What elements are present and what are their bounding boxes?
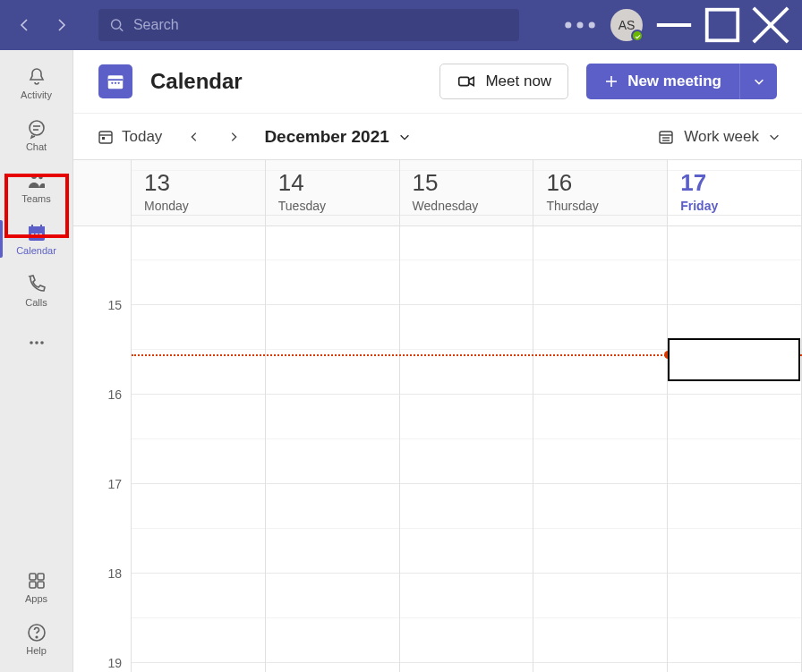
avatar-initials: AS	[619, 18, 636, 32]
page-title: Calendar	[150, 69, 243, 94]
svg-point-0	[112, 20, 121, 29]
back-button[interactable]	[11, 11, 39, 39]
time-label: 16	[107, 387, 122, 402]
day-grid[interactable]	[668, 226, 801, 672]
svg-rect-26	[30, 582, 36, 588]
calendar-toolbar: Today December 2021 Work week	[73, 113, 802, 159]
day-number: 14	[278, 169, 387, 197]
bell-icon	[26, 66, 47, 88]
day-column[interactable]: 14Tuesday	[266, 160, 400, 672]
search-box[interactable]	[98, 9, 519, 41]
presence-available-icon	[631, 30, 644, 42]
svg-point-2	[565, 21, 571, 28]
chevron-down-icon	[398, 131, 411, 143]
chevron-down-icon	[768, 131, 781, 143]
svg-point-23	[40, 341, 44, 345]
rail-label: Apps	[25, 593, 47, 604]
rail-item-teams[interactable]: Teams	[0, 161, 73, 213]
window-minimize-button[interactable]	[653, 11, 695, 39]
rail-label: Help	[26, 645, 47, 656]
time-label: 17	[107, 477, 122, 491]
rail-label: Chat	[26, 141, 47, 152]
day-grid[interactable]	[533, 226, 667, 672]
rail-item-calendar[interactable]: Calendar	[0, 213, 73, 265]
day-name: Tuesday	[278, 199, 387, 213]
rail-item-more[interactable]	[0, 317, 73, 369]
rail-item-chat[interactable]: Chat	[0, 109, 73, 161]
forward-button[interactable]	[47, 11, 75, 39]
new-meeting-button[interactable]: New meeting	[586, 64, 739, 99]
video-icon	[456, 72, 476, 91]
time-label: 15	[107, 298, 122, 312]
search-input[interactable]	[133, 17, 508, 33]
day-grid[interactable]	[400, 226, 533, 672]
content-header: Calendar Meet now New meeting	[73, 50, 802, 113]
day-number: 15	[413, 169, 521, 197]
svg-point-22	[35, 341, 38, 345]
main-area: Activity Chat Teams Calendar Calls Apps	[0, 50, 802, 672]
day-number: 16	[546, 169, 654, 197]
next-period-button[interactable]	[218, 121, 250, 153]
svg-rect-24	[30, 574, 36, 580]
calendar-grid: 15 16 17 18 19 13Monday14Tuesday15Wednes…	[73, 159, 802, 672]
rail-item-calls[interactable]: Calls	[0, 265, 73, 317]
help-icon	[26, 622, 47, 643]
rail-label: Teams	[21, 193, 50, 204]
svg-rect-27	[38, 582, 44, 588]
day-number: 17	[680, 169, 789, 197]
window-close-button[interactable]	[750, 11, 791, 39]
svg-rect-19	[35, 234, 38, 235]
svg-rect-36	[459, 77, 469, 85]
view-switcher[interactable]: Work week	[650, 123, 788, 151]
day-column[interactable]: 15Wednesday	[400, 160, 534, 672]
rail-label: Calls	[25, 297, 47, 308]
calendar-today-icon	[97, 128, 115, 146]
day-column[interactable]: 13Monday	[132, 160, 266, 672]
new-meeting-dropdown[interactable]	[739, 64, 777, 99]
svg-rect-15	[29, 226, 45, 231]
day-column[interactable]: 16Thursday	[533, 160, 668, 672]
svg-point-29	[36, 636, 38, 638]
time-column: 15 16 17 18 19	[73, 160, 132, 672]
day-number: 13	[144, 169, 252, 197]
rail-item-activity[interactable]: Activity	[0, 57, 73, 109]
prev-period-button[interactable]	[178, 121, 210, 153]
avatar[interactable]: AS	[610, 9, 643, 41]
svg-point-13	[38, 175, 43, 180]
new-meeting-label: New meeting	[627, 72, 721, 90]
search-icon	[109, 17, 124, 33]
rail-item-apps[interactable]: Apps	[0, 561, 73, 613]
phone-icon	[26, 274, 47, 295]
svg-point-4	[589, 21, 595, 28]
svg-rect-40	[99, 132, 112, 143]
time-label: 19	[107, 656, 122, 670]
day-columns[interactable]: 13Monday14Tuesday15Wednesday16Thursday17…	[132, 160, 802, 672]
month-picker[interactable]: December 2021	[264, 127, 410, 147]
content-area: Calendar Meet now New meeting Today	[73, 50, 802, 672]
rail-item-help[interactable]: Help	[0, 613, 73, 665]
selected-timeslot[interactable]	[668, 338, 800, 381]
time-label: 18	[107, 566, 122, 581]
meet-now-button[interactable]: Meet now	[439, 64, 568, 99]
svg-point-3	[576, 21, 583, 28]
chat-icon	[26, 118, 47, 140]
month-label-text: December 2021	[264, 127, 388, 147]
app-rail: Activity Chat Teams Calendar Calls Apps	[0, 50, 73, 672]
plus-icon	[604, 74, 619, 89]
day-column[interactable]: 17Friday	[668, 160, 802, 672]
svg-rect-18	[31, 234, 34, 235]
window-maximize-button[interactable]	[702, 11, 743, 39]
today-button[interactable]: Today	[88, 123, 171, 151]
day-grid[interactable]	[266, 226, 399, 672]
chevron-down-icon	[753, 75, 765, 88]
day-name: Thursday	[546, 199, 654, 213]
day-name: Wednesday	[413, 199, 521, 213]
svg-rect-25	[38, 574, 44, 580]
day-name: Monday	[144, 199, 252, 213]
day-grid[interactable]	[132, 226, 265, 672]
rail-label: Activity	[21, 89, 52, 100]
ellipsis-icon	[26, 332, 47, 353]
meet-now-label: Meet now	[485, 72, 551, 90]
titlebar: AS	[0, 0, 802, 50]
more-options-button[interactable]	[560, 11, 600, 39]
